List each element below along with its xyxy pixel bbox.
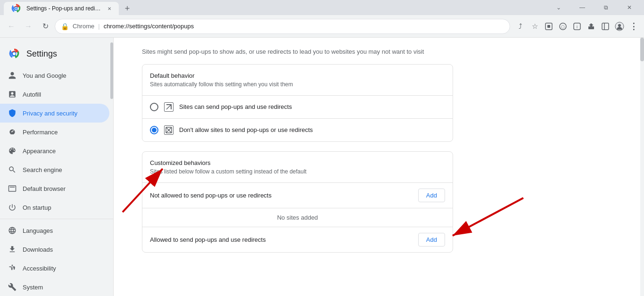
download-icon <box>8 245 17 254</box>
accessibility-icon <box>8 264 17 272</box>
sidebar-item-appearance[interactable]: Appearance <box>0 141 109 160</box>
sidebar-label-you-and-google: You and Google <box>23 72 66 79</box>
allowed-label: Allowed to send pop-ups and use redirect… <box>150 236 266 243</box>
sidebar-item-downloads[interactable]: Downloads <box>0 240 109 259</box>
toolbar-ext2[interactable]: i <box>570 20 584 33</box>
profile-icon[interactable] <box>613 20 626 33</box>
sidebar-divider <box>0 219 113 219</box>
tab-title: Settings - Pop-ups and redirects <box>26 5 102 12</box>
svg-text:⬡: ⬡ <box>561 25 565 29</box>
content-scroll: Sites might send pop-ups to show ads, or… <box>113 38 644 296</box>
sidebar-label-default-browser: Default browser <box>23 185 66 192</box>
block-option[interactable]: Don't allow sites to send pop-ups or use… <box>142 119 453 141</box>
customized-sub: Sites listed below follow a custom setti… <box>150 168 445 175</box>
address-bar[interactable]: 🔒 Chrome | chrome://settings/content/pop… <box>55 19 510 34</box>
main-layout: Settings You and Google Autofill Privacy… <box>0 38 644 296</box>
sidebar-item-languages[interactable]: Languages <box>0 221 109 240</box>
window-chevron-button[interactable]: ⌄ <box>548 0 570 15</box>
window-restore-button[interactable]: ⧉ <box>595 0 617 15</box>
share-icon[interactable]: ⤴ <box>514 20 527 33</box>
customized-heading: Customized behaviors <box>150 159 445 166</box>
allow-icon <box>164 102 173 112</box>
navbar: ← → ↻ 🔒 Chrome | chrome://settings/conte… <box>0 15 644 38</box>
address-text: chrome://settings/content/popups <box>104 23 194 30</box>
sidebar-item-on-startup[interactable]: On startup <box>0 198 109 217</box>
window-minimize-button[interactable]: — <box>571 0 593 15</box>
allowed-row: Allowed to send pop-ups and use redirect… <box>142 227 453 252</box>
default-browser-icon <box>8 184 17 193</box>
allow-option[interactable]: Sites can send pop-ups and use redirects <box>142 96 453 119</box>
allow-radio[interactable] <box>150 103 158 111</box>
globe-icon <box>8 226 17 235</box>
sidebar-toggle-icon[interactable] <box>599 20 612 33</box>
shield-icon <box>8 109 17 117</box>
sidebar-item-you-and-google[interactable]: You and Google <box>0 66 109 85</box>
customized-behaviors-header: Customized behaviors Sites listed below … <box>142 152 453 183</box>
block-radio[interactable] <box>150 126 158 134</box>
active-tab[interactable]: Settings - Pop-ups and redirects ✕ <box>4 2 119 15</box>
sidebar-item-privacy-security[interactable]: Privacy and security <box>0 104 109 123</box>
sidebar-label-languages: Languages <box>23 227 53 234</box>
puzzle-icon <box>545 22 553 31</box>
lock-icon: 🔒 <box>61 23 69 30</box>
settings-title: Settings <box>26 49 57 59</box>
svg-point-19 <box>12 265 13 266</box>
forward-button[interactable]: → <box>21 19 36 34</box>
default-behavior-header: Default behavior Sites automatically fol… <box>142 65 453 96</box>
svg-rect-11 <box>602 23 609 30</box>
sidebar-item-accessibility[interactable]: Accessibility <box>0 259 109 278</box>
tab-chrome-icon <box>9 2 23 15</box>
power-icon <box>8 203 17 212</box>
bookmark-icon[interactable]: ☆ <box>528 20 541 33</box>
sidebar-item-default-browser[interactable]: Default browser <box>0 179 109 198</box>
add-allowed-button[interactable]: Add <box>418 233 445 247</box>
sidebar-label-on-startup: On startup <box>23 204 51 211</box>
default-behavior-sub: Sites automatically follow this setting … <box>150 81 445 88</box>
sidebar-label-downloads: Downloads <box>23 246 53 253</box>
default-behavior-section: Default behavior Sites automatically fol… <box>142 64 453 142</box>
block-icon <box>164 125 173 135</box>
not-allowed-row: Not allowed to send pop-ups or use redir… <box>142 183 453 208</box>
person-icon <box>8 71 17 80</box>
content-scrollbar-track <box>640 38 644 296</box>
more-menu-icon[interactable]: ⋮ <box>627 20 640 33</box>
performance-icon <box>8 128 17 136</box>
extensions-icon[interactable] <box>585 20 598 33</box>
sidebar-label-search-engine: Search engine <box>23 166 62 173</box>
svg-point-14 <box>618 24 621 27</box>
content-scrollbar-thumb <box>640 38 644 61</box>
sidebar: Settings You and Google Autofill Privacy… <box>0 38 113 296</box>
allow-label: Sites can send pop-ups and use redirects <box>179 103 292 110</box>
sidebar-header: Settings <box>0 41 113 66</box>
toolbar-ext1[interactable]: ⬡ <box>556 20 570 33</box>
sidebar-item-performance[interactable]: Performance <box>0 123 109 141</box>
sidebar-label-accessibility: Accessibility <box>23 265 56 272</box>
chrome-label: Chrome <box>73 23 94 30</box>
not-allowed-label: Not allowed to send pop-ups or use redir… <box>150 192 272 199</box>
sidebar-item-autofill[interactable]: Autofill <box>0 85 109 104</box>
tab-close-button[interactable]: ✕ <box>106 5 113 12</box>
titlebar: Settings - Pop-ups and redirects ✕ + ⌄ —… <box>0 0 644 15</box>
sidebar-item-system[interactable]: System <box>0 278 109 296</box>
add-not-allowed-button[interactable]: Add <box>418 189 445 202</box>
window-controls: ⌄ — ⧉ ✕ <box>548 0 640 15</box>
block-radio-inner <box>152 128 157 132</box>
reload-button[interactable]: ↻ <box>38 19 53 34</box>
window-close-button[interactable]: ✕ <box>619 0 640 15</box>
default-behavior-heading: Default behavior <box>150 72 445 79</box>
new-tab-button[interactable]: + <box>121 2 134 15</box>
svg-text:i: i <box>577 25 578 29</box>
svg-point-17 <box>13 52 16 55</box>
extension-puzzle-icon[interactable] <box>542 20 555 33</box>
content-inner: Sites might send pop-ups to show ads, or… <box>114 38 481 262</box>
separator: | <box>98 23 99 30</box>
no-sites-label: No sites added <box>142 208 453 227</box>
allowed-section: Allowed to send pop-ups and use redirect… <box>142 227 453 252</box>
back-button[interactable]: ← <box>4 19 19 34</box>
content-wrapper: Sites might send pop-ups to show ads, or… <box>113 38 644 296</box>
toolbar-icons: ⤴ ☆ ⬡ i ⋮ <box>514 20 640 33</box>
block-label: Don't allow sites to send pop-ups or use… <box>179 126 313 133</box>
sidebar-item-search-engine[interactable]: Search engine <box>0 160 109 179</box>
autofill-icon <box>8 90 17 99</box>
chrome-logo <box>8 47 21 60</box>
